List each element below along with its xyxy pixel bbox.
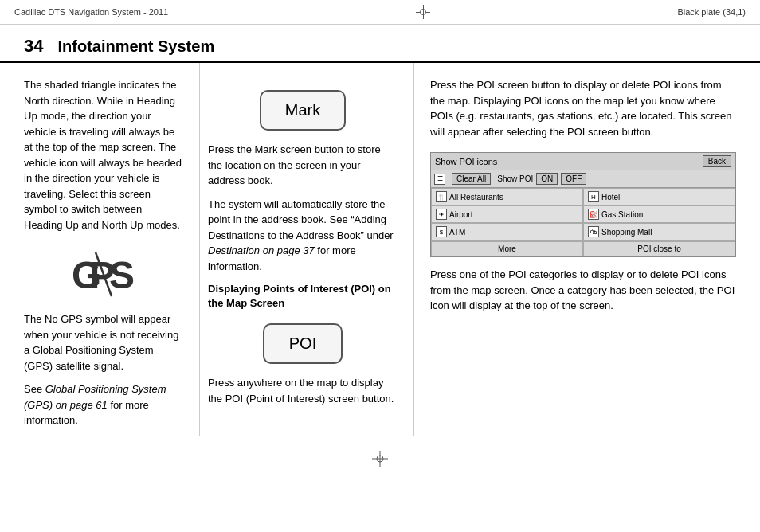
poi-widget: Show POI icons Back ☰ Clear All Show POI…: [430, 152, 736, 257]
footer-bar: [0, 444, 760, 473]
left-para1: The shaded triangle indicates the North …: [24, 77, 183, 233]
footer-crosshair-icon: [372, 451, 388, 467]
poi-widget-header: Show POI icons Back: [431, 153, 735, 170]
poi-category-shopping-mall[interactable]: 🛍 Shopping Mall: [583, 223, 735, 241]
poi-bottom-row: More POI close to: [431, 241, 735, 256]
poi-shopping-icon: 🛍: [588, 226, 599, 237]
poi-category-atm[interactable]: $ ATM: [431, 223, 583, 241]
mid-mark-para2-italic: Destination on page 37: [208, 244, 315, 256]
poi-categories-grid: 🍴 All Restaurants H Hotel ✈ Airport ⛽ Ga…: [431, 188, 735, 241]
poi-cat-label-airport: Airport: [449, 210, 472, 219]
poi-clear-all-button[interactable]: Clear All: [452, 173, 491, 185]
mid-mark-para1: Press the Mark screen button to store th…: [208, 142, 398, 189]
header-center: [416, 5, 430, 19]
page-title-section: 34 Infotainment System: [0, 25, 760, 63]
poi-hotel-icon: H: [588, 191, 599, 202]
poi-cat-label-hotel: Hotel: [601, 193, 620, 201]
poi-cat-label-shopping: Shopping Mall: [601, 228, 652, 237]
mid-mark-para2-text: The system will automatically store the …: [208, 198, 394, 241]
left-para3-prefix: See: [24, 383, 45, 395]
mark-button[interactable]: Mark: [260, 90, 346, 131]
poi-controls-row: ☰ Clear All Show POI ON OFF: [431, 170, 735, 188]
mid-mark-para2: The system will automatically store the …: [208, 197, 398, 275]
poi-on-button[interactable]: ON: [536, 173, 558, 185]
crosshair-icon: [416, 5, 430, 19]
poi-list-icon: ☰: [434, 174, 445, 185]
poi-cat-label-atm: ATM: [449, 228, 465, 237]
poi-button-container: POI: [208, 323, 398, 364]
header-bar: Cadillac DTS Navigation System - 2011 Bl…: [0, 0, 760, 25]
gps-icon-container: G P S: [24, 248, 183, 300]
poi-button[interactable]: POI: [263, 323, 343, 364]
page-title: Infotainment System: [57, 37, 214, 56]
left-column: The shaded triangle indicates the North …: [24, 63, 199, 436]
header-left: Cadillac DTS Navigation System - 2011: [14, 7, 168, 17]
mid-column: Mark Press the Mark screen button to sto…: [199, 63, 414, 436]
poi-gas-icon: ⛽: [588, 209, 599, 220]
poi-airport-icon: ✈: [436, 209, 447, 220]
poi-cat-label-gas: Gas Station: [601, 210, 643, 219]
crosshair-circle: [420, 9, 426, 15]
mid-poi-para: Press anywhere on the map to display the…: [208, 375, 398, 406]
poi-category-hotel[interactable]: H Hotel: [583, 188, 735, 205]
poi-atm-icon: $: [436, 226, 447, 237]
left-para3: See Global Positioning System (GPS) on p…: [24, 381, 183, 428]
poi-category-all-restaurants[interactable]: 🍴 All Restaurants: [431, 188, 583, 205]
poi-heading: Displaying Points of Interest (POI) on t…: [208, 282, 398, 311]
poi-back-button[interactable]: Back: [703, 155, 731, 167]
page-number: 34: [24, 36, 43, 57]
right-para1: Press the POI screen button to display o…: [430, 77, 736, 139]
right-column: Press the POI screen button to display o…: [414, 63, 736, 436]
poi-more-button[interactable]: More: [431, 241, 583, 256]
mark-button-container: Mark: [208, 90, 398, 131]
main-content: The shaded triangle indicates the North …: [0, 63, 760, 436]
svg-text:S: S: [109, 254, 135, 296]
poi-category-airport[interactable]: ✈ Airport: [431, 205, 583, 223]
poi-cat-label-restaurants: All Restaurants: [449, 193, 503, 201]
header-right: Black plate (34,1): [677, 7, 746, 17]
poi-show-label: Show POI: [497, 174, 533, 183]
poi-off-button[interactable]: OFF: [561, 173, 586, 185]
right-para2: Press one of the POI categories to displ…: [430, 267, 736, 314]
poi-restaurants-icon: 🍴: [436, 191, 447, 202]
poi-widget-title: Show POI icons: [435, 157, 497, 166]
left-para2: The No GPS symbol will appear when your …: [24, 311, 183, 374]
poi-close-button[interactable]: POI close to: [583, 241, 735, 256]
gps-icon: G P S: [72, 248, 135, 300]
poi-category-gas-station[interactable]: ⛽ Gas Station: [583, 205, 735, 223]
